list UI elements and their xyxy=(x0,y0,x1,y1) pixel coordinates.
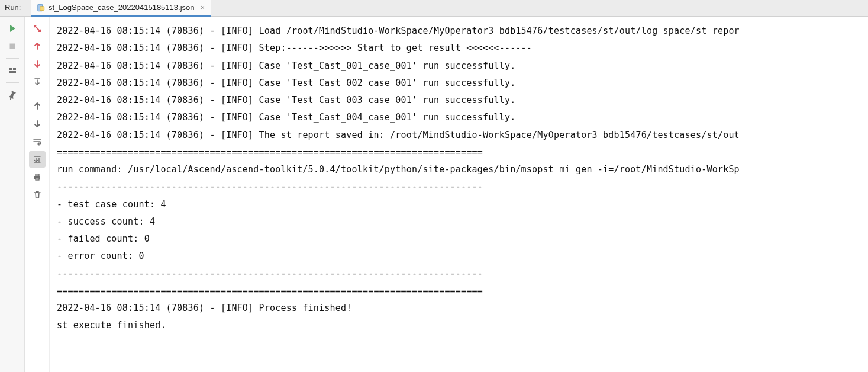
rerun-button[interactable] xyxy=(4,20,21,37)
down-grey-button[interactable] xyxy=(29,116,46,132)
pin-icon xyxy=(8,90,17,100)
scroll-to-end-button[interactable] xyxy=(29,151,46,168)
arrow-up-icon xyxy=(33,41,42,51)
separator xyxy=(6,82,19,83)
stack-down-icon xyxy=(33,77,42,86)
arrow-down-icon xyxy=(33,59,42,69)
svg-rect-4 xyxy=(13,68,16,70)
restart-button[interactable] xyxy=(29,20,46,37)
separator xyxy=(31,94,44,94)
soft-wrap-icon xyxy=(33,137,42,146)
tab-title: st_LogSpace_case_20220415185113.json xyxy=(49,3,195,12)
up-button[interactable] xyxy=(29,38,46,54)
console-output[interactable]: 2022-04-16 08:15:14 (70836) - [INFO] Loa… xyxy=(50,17,868,372)
file-json-icon xyxy=(37,4,45,12)
stop-icon xyxy=(8,41,17,51)
separator xyxy=(6,58,19,59)
print-icon xyxy=(33,172,42,182)
svg-rect-2 xyxy=(9,44,15,49)
run-gutter-secondary xyxy=(25,17,50,372)
tab-bar: st_LogSpace_case_20220415185113.json × xyxy=(25,0,868,16)
svg-rect-5 xyxy=(9,71,16,73)
play-icon xyxy=(8,24,17,33)
trash-icon xyxy=(33,190,42,200)
layout-button[interactable] xyxy=(4,62,21,79)
run-gutter-primary xyxy=(0,17,25,372)
svg-rect-8 xyxy=(36,178,39,180)
pin-button[interactable] xyxy=(4,86,21,103)
svg-rect-1 xyxy=(40,6,44,10)
up-grey-button[interactable] xyxy=(29,98,46,114)
layout-icon xyxy=(8,66,17,75)
arrow-up-grey-icon xyxy=(33,101,42,111)
run-config-tab[interactable]: st_LogSpace_case_20220415185113.json × xyxy=(31,0,211,17)
restart-icon xyxy=(33,24,42,33)
stack-down-button[interactable] xyxy=(29,73,46,90)
svg-rect-3 xyxy=(9,68,12,70)
print-button[interactable] xyxy=(29,169,46,185)
soft-wrap-button[interactable] xyxy=(29,133,46,150)
svg-rect-7 xyxy=(36,174,39,176)
delete-button[interactable] xyxy=(29,187,46,203)
stop-button[interactable] xyxy=(4,38,21,54)
run-panel-label: Run: xyxy=(0,0,25,16)
main-row: 2022-04-16 08:15:14 (70836) - [INFO] Loa… xyxy=(0,17,868,372)
scroll-end-icon xyxy=(33,155,42,164)
top-row: Run: st_LogSpace_case_20220415185113.jso… xyxy=(0,0,868,17)
down-button[interactable] xyxy=(29,56,46,72)
arrow-down-grey-icon xyxy=(33,119,42,129)
close-tab-icon[interactable]: × xyxy=(198,3,205,12)
